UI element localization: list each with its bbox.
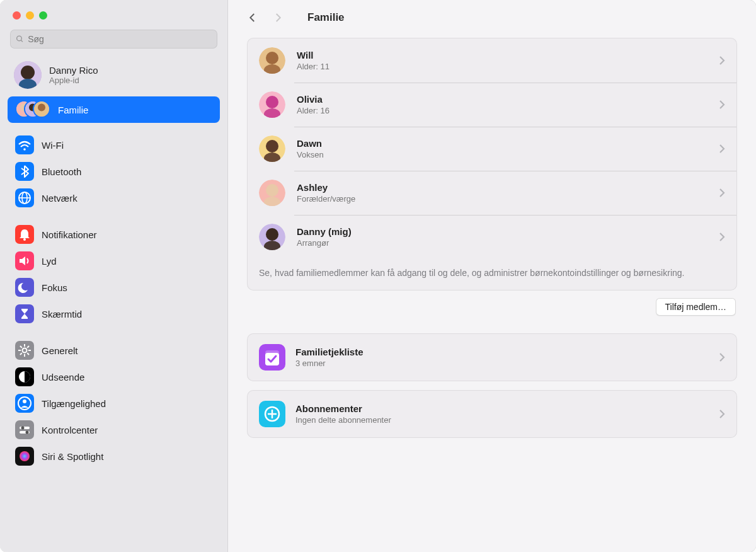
svg-point-46 — [20, 451, 30, 461]
sidebar-item-wifi[interactable]: Wi-Fi — [8, 132, 220, 158]
forward-button[interactable] — [272, 12, 284, 23]
svg-rect-22 — [15, 304, 34, 323]
member-avatar — [259, 224, 285, 250]
svg-point-48 — [266, 52, 278, 64]
account-name: Danny Rico — [49, 65, 98, 76]
settings-window: Danny Rico Apple-id Familie Wi-Fi Blueto… — [0, 0, 756, 552]
svg-point-43 — [21, 427, 25, 430]
sidebar-item-label: Notifikationer — [42, 229, 97, 240]
search-icon — [16, 35, 24, 43]
member-sub: Arrangør — [297, 238, 707, 248]
sidebar-item-bluetooth[interactable]: Bluetooth — [8, 158, 220, 185]
speaker-icon — [15, 251, 34, 270]
wifi-icon — [15, 135, 34, 154]
siri-icon — [15, 447, 34, 466]
sidebar-item-label: Netværk — [42, 193, 77, 204]
search-field[interactable] — [28, 34, 212, 44]
account-avatar — [14, 61, 42, 89]
sidebar-item-label: Siri & Spotlight — [42, 451, 103, 462]
gear-icon — [15, 341, 34, 360]
bluetooth-icon — [15, 162, 34, 181]
svg-rect-41 — [20, 427, 30, 429]
family-member-row[interactable]: Ashley Forælder/værge — [248, 171, 736, 215]
svg-point-3 — [21, 66, 35, 79]
add-member-button[interactable]: Tilføj medlem… — [656, 298, 736, 316]
member-avatar — [259, 91, 285, 118]
chevron-right-icon — [719, 55, 725, 66]
account-sub: Apple-id — [49, 76, 98, 85]
sidebar-item-general[interactable]: Generelt — [8, 337, 220, 364]
feature-title: Familietjekliste — [295, 347, 709, 357]
back-button[interactable] — [247, 12, 258, 23]
sidebar-item-label: Familie — [58, 105, 88, 115]
svg-point-19 — [23, 238, 26, 241]
member-name: Olivia — [297, 94, 707, 105]
svg-point-10 — [38, 103, 45, 111]
svg-point-51 — [266, 96, 278, 108]
member-sub: Alder: 11 — [297, 62, 707, 71]
sliders-icon — [15, 420, 34, 439]
svg-rect-40 — [15, 420, 34, 439]
family-member-row[interactable]: Olivia Alder: 16 — [248, 83, 736, 127]
member-name: Dawn — [297, 138, 707, 149]
sidebar-item-label: Lyd — [42, 256, 57, 267]
family-members-panel: Will Alder: 11 Olivia Alder: 16 Dawn Vok… — [247, 38, 737, 290]
sidebar-item-siri[interactable]: Siri & Spotlight — [8, 443, 220, 469]
sidebar-item-family[interactable]: Familie — [8, 96, 220, 123]
svg-line-1 — [21, 40, 23, 42]
chevron-right-icon — [719, 352, 725, 362]
main-content: Familie Will Alder: 11 Olivia Alder: 16 — [228, 0, 756, 552]
sidebar-item-sound[interactable]: Lyd — [8, 248, 220, 274]
family-member-row[interactable]: Dawn Voksen — [248, 127, 736, 171]
sidebar-item-appearance[interactable]: Udseende — [8, 364, 220, 390]
bell-icon — [15, 225, 34, 244]
chevron-right-icon — [719, 188, 725, 198]
svg-point-44 — [26, 431, 29, 434]
sidebar-item-label: Skærmtid — [42, 309, 82, 319]
member-sub: Alder: 16 — [297, 106, 707, 115]
close-button[interactable] — [13, 11, 21, 20]
member-sub: Forælder/værge — [297, 194, 707, 204]
svg-point-57 — [266, 184, 278, 197]
chevron-right-icon — [719, 232, 725, 242]
feature-sub: Ingen delte abonnementer — [295, 415, 709, 425]
toolbar: Familie — [228, 0, 756, 29]
sidebar-nav: Familie Wi-Fi Bluetooth Netværk Notifika… — [0, 96, 227, 480]
svg-rect-21 — [15, 278, 34, 297]
sidebar-item-screentime[interactable]: Skærmtid — [8, 301, 220, 327]
svg-point-54 — [266, 140, 278, 152]
search-input[interactable] — [10, 30, 217, 49]
moon-icon — [15, 278, 34, 297]
member-name: Will — [297, 50, 707, 60]
sidebar-item-control-center[interactable]: Kontrolcenter — [8, 417, 220, 443]
sidebar-item-accessibility[interactable]: Tilgængelighed — [8, 390, 220, 417]
chevron-right-icon — [719, 409, 725, 419]
member-avatar — [259, 47, 285, 74]
sidebar: Danny Rico Apple-id Familie Wi-Fi Blueto… — [0, 0, 228, 552]
family-member-row[interactable]: Danny (mig) Arrangør — [248, 215, 736, 259]
feature-panel-subscriptions[interactable]: Abonnementer Ingen delte abonnementer — [247, 390, 737, 438]
sidebar-item-label: Generelt — [42, 345, 78, 356]
chevron-right-icon — [719, 100, 725, 110]
hourglass-icon — [15, 304, 34, 323]
minimize-button[interactable] — [26, 11, 34, 20]
globe-icon — [15, 188, 34, 207]
members-footer-text: Se, hvad familiemedlemmer kan få adgang … — [248, 259, 736, 290]
svg-point-39 — [23, 400, 26, 403]
sidebar-item-focus[interactable]: Fokus — [8, 274, 220, 301]
sidebar-item-label: Udseende — [42, 372, 84, 382]
sidebar-item-notifications[interactable]: Notifikationer — [8, 221, 220, 248]
window-controls — [0, 0, 227, 28]
sidebar-item-label: Fokus — [42, 282, 67, 293]
sidebar-item-label: Tilgængelighed — [42, 398, 106, 409]
contrast-icon — [15, 367, 34, 386]
feature-panel-checklist[interactable]: Familietjekliste 3 emner — [247, 333, 737, 381]
maximize-button[interactable] — [39, 11, 47, 20]
feature-title: Abonnementer — [295, 403, 709, 414]
family-member-row[interactable]: Will Alder: 11 — [248, 38, 736, 83]
member-avatar — [259, 180, 285, 206]
sidebar-item-account[interactable]: Danny Rico Apple-id — [0, 56, 227, 96]
checklist-icon — [259, 344, 285, 371]
sidebar-item-network[interactable]: Netværk — [8, 185, 220, 211]
sidebar-item-label: Bluetooth — [42, 166, 81, 177]
